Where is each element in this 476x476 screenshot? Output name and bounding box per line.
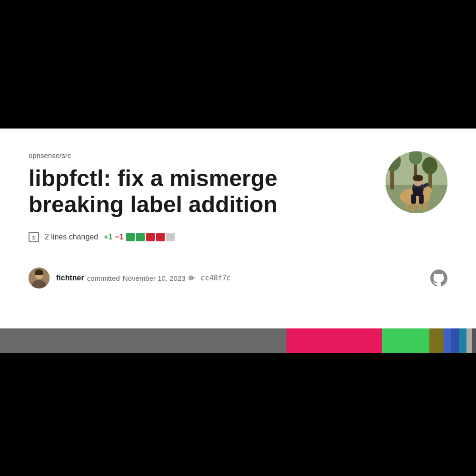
- stat-additions: +1: [104, 233, 112, 241]
- bottom-bar-right: [287, 328, 476, 353]
- branch-icon: [188, 275, 198, 281]
- committer-avatar-inner: [29, 268, 50, 288]
- bar-teal: [459, 328, 466, 353]
- avatar: [386, 151, 447, 213]
- svg-rect-20: [419, 194, 424, 204]
- black-bottom-bar: [0, 353, 476, 476]
- diff-bar-seg-4: [156, 233, 165, 241]
- svg-point-29: [190, 277, 192, 279]
- svg-rect-14: [424, 202, 427, 210]
- svg-rect-19: [411, 194, 416, 204]
- bottom-bar: [0, 328, 476, 353]
- commit-card: opnsense/src libpfctl: fix a mismerge br…: [0, 129, 476, 328]
- diff-icon: ±: [29, 232, 39, 242]
- github-logo[interactable]: [430, 269, 447, 287]
- page: opnsense/src libpfctl: fix a mismerge br…: [0, 0, 476, 476]
- bottom-bar-left: [0, 328, 287, 353]
- committer-avatar: [29, 268, 50, 288]
- black-top-bar: [0, 0, 476, 129]
- committer-name: fichtner: [56, 274, 84, 282]
- bar-olive: [429, 328, 444, 353]
- commit-info: fichtner committed November 10, 2023 cc4…: [56, 274, 424, 282]
- bar-green: [382, 328, 429, 353]
- committed-text: committed: [87, 274, 120, 282]
- svg-point-5: [422, 157, 437, 174]
- svg-rect-27: [35, 271, 43, 275]
- bar-darkgray: [472, 328, 476, 353]
- commit-hash: cc48f7c: [201, 274, 231, 282]
- avatar-image: [386, 151, 447, 213]
- bar-pink: [287, 328, 382, 353]
- diff-bar: [126, 233, 175, 241]
- svg-rect-12: [411, 203, 415, 211]
- svg-rect-11: [406, 203, 409, 210]
- commit-title: libpfctl: fix a mismerge breaking label …: [29, 165, 352, 218]
- bar-blue1: [444, 328, 451, 353]
- bar-blue2: [451, 328, 459, 353]
- commit-date: November 10, 2023: [123, 274, 186, 282]
- diff-bar-seg-3: [146, 233, 155, 241]
- stat-deletions: −1: [115, 233, 123, 241]
- lines-changed-row: ± 2 lines changed +1 −1: [29, 232, 447, 242]
- divider: [29, 254, 447, 254]
- svg-point-17: [413, 175, 423, 181]
- svg-rect-13: [418, 203, 421, 210]
- diff-bar-seg-1: [126, 233, 135, 241]
- commit-hash-icon: [188, 275, 198, 281]
- repo-path: opnsense/src: [29, 151, 447, 159]
- diff-stats: +1 −1: [104, 233, 175, 241]
- diff-bar-seg-2: [136, 233, 145, 241]
- lines-changed-label: 2 lines changed: [45, 233, 98, 241]
- bar-lightgray: [466, 328, 472, 353]
- commit-meta-row: fichtner committed November 10, 2023 cc4…: [29, 268, 447, 306]
- diff-bar-seg-5: [166, 233, 175, 241]
